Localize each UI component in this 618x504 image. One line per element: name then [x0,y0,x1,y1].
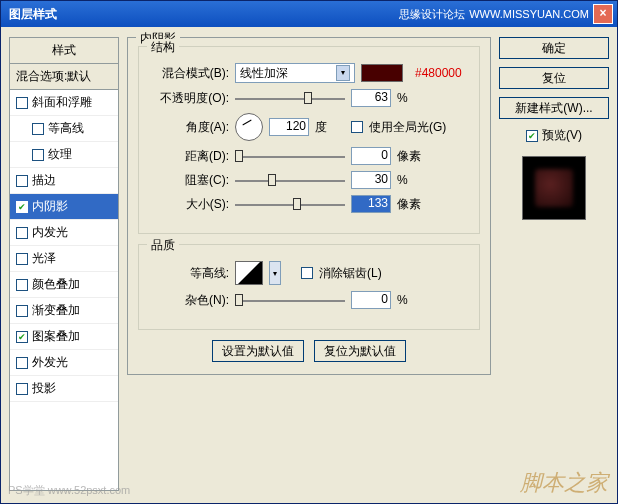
sidebar-item-6[interactable]: 光泽 [10,246,118,272]
opacity-label: 不透明度(O): [149,90,229,107]
sidebar-item-label: 投影 [32,380,56,397]
titlebar: 图层样式 思缘设计论坛 WWW.MISSYUAN.COM × [1,1,617,27]
distance-label: 距离(D): [149,148,229,165]
color-hex: #480000 [415,66,462,80]
noise-label: 杂色(N): [149,292,229,309]
choke-unit: % [397,173,427,187]
sidebar-item-label: 光泽 [32,250,56,267]
sidebar-item-label: 描边 [32,172,56,189]
sidebar-item-10[interactable]: 外发光 [10,350,118,376]
size-unit: 像素 [397,196,427,213]
style-checkbox[interactable] [16,305,28,317]
sidebar-item-label: 斜面和浮雕 [32,94,92,111]
sidebar-item-3[interactable]: 描边 [10,168,118,194]
style-checkbox[interactable] [32,123,44,135]
style-checkbox[interactable] [16,383,28,395]
blend-mode-label: 混合模式(B): [149,65,229,82]
angle-unit: 度 [315,119,345,136]
sidebar-item-label: 颜色叠加 [32,276,80,293]
chevron-down-icon: ▾ [336,65,350,81]
reset-default-button[interactable]: 复位为默认值 [314,340,406,362]
contour-label: 等高线: [149,265,229,282]
noise-unit: % [397,293,427,307]
choke-input[interactable]: 30 [351,171,391,189]
angle-input[interactable]: 120 [269,118,309,136]
quality-group: 品质 等高线: ▾ 消除锯齿(L) 杂色(N): 0 % [138,244,480,330]
size-input[interactable]: 133 [351,195,391,213]
forum-name: 思缘设计论坛 [399,7,465,22]
global-light-label: 使用全局光(G) [369,119,446,136]
size-slider[interactable] [235,200,345,208]
sidebar-item-label: 等高线 [48,120,84,137]
opacity-input[interactable]: 63 [351,89,391,107]
style-checkbox[interactable] [32,149,44,161]
sidebar-item-label: 内阴影 [32,198,68,215]
sidebar-item-label: 内发光 [32,224,68,241]
cancel-button[interactable]: 复位 [499,67,609,89]
sidebar-item-9[interactable]: ✔图案叠加 [10,324,118,350]
sidebar-item-2[interactable]: 纹理 [10,142,118,168]
distance-slider[interactable] [235,152,345,160]
sidebar-item-label: 外发光 [32,354,68,371]
angle-label: 角度(A): [149,119,229,136]
main-panel: 内阴影 结构 混合模式(B): 线性加深 ▾ #480000 不透明度(O): [119,37,499,491]
preview-checkbox[interactable]: ✔ [526,130,538,142]
structure-group: 结构 混合模式(B): 线性加深 ▾ #480000 不透明度(O): 6 [138,46,480,234]
contour-chevron-icon[interactable]: ▾ [269,261,281,285]
layer-style-dialog: 图层样式 思缘设计论坛 WWW.MISSYUAN.COM × 样式 混合选项:默… [0,0,618,504]
sidebar-item-8[interactable]: 渐变叠加 [10,298,118,324]
opacity-unit: % [397,91,427,105]
style-checkbox[interactable] [16,253,28,265]
ok-button[interactable]: 确定 [499,37,609,59]
antialias-checkbox[interactable] [301,267,313,279]
noise-input[interactable]: 0 [351,291,391,309]
sidebar-item-11[interactable]: 投影 [10,376,118,402]
contour-picker[interactable] [235,261,263,285]
sidebar-item-label: 渐变叠加 [32,302,80,319]
forum-url: WWW.MISSYUAN.COM [469,8,589,20]
global-light-checkbox[interactable] [351,121,363,133]
window-title: 图层样式 [5,6,399,23]
make-default-button[interactable]: 设置为默认值 [212,340,304,362]
distance-input[interactable]: 0 [351,147,391,165]
style-checkbox[interactable] [16,175,28,187]
sidebar-item-1[interactable]: 等高线 [10,116,118,142]
structure-title: 结构 [147,39,179,56]
sidebar-item-5[interactable]: 内发光 [10,220,118,246]
style-checkbox[interactable]: ✔ [16,331,28,343]
style-list: 样式 混合选项:默认 斜面和浮雕等高线纹理描边✔内阴影内发光光泽颜色叠加渐变叠加… [9,37,119,491]
preview-label: 预览(V) [542,127,582,144]
choke-label: 阻塞(C): [149,172,229,189]
preview-thumbnail [522,156,586,220]
right-panel: 确定 复位 新建样式(W)... ✔ 预览(V) [499,37,609,491]
sidebar-item-4[interactable]: ✔内阴影 [10,194,118,220]
style-checkbox[interactable] [16,97,28,109]
sidebar-item-0[interactable]: 斜面和浮雕 [10,90,118,116]
opacity-slider[interactable] [235,94,345,102]
shadow-color-swatch[interactable] [361,64,403,82]
choke-slider[interactable] [235,176,345,184]
sidebar-item-7[interactable]: 颜色叠加 [10,272,118,298]
style-checkbox[interactable]: ✔ [16,201,28,213]
blend-mode-value: 线性加深 [240,65,288,82]
new-style-button[interactable]: 新建样式(W)... [499,97,609,119]
angle-dial[interactable] [235,113,263,141]
distance-unit: 像素 [397,148,427,165]
inner-shadow-fieldset: 内阴影 结构 混合模式(B): 线性加深 ▾ #480000 不透明度(O): [127,37,491,375]
close-icon[interactable]: × [593,4,613,24]
sidebar-header[interactable]: 样式 [10,38,118,64]
blending-options-item[interactable]: 混合选项:默认 [10,64,118,90]
style-checkbox[interactable] [16,279,28,291]
antialias-label: 消除锯齿(L) [319,265,382,282]
style-checkbox[interactable] [16,357,28,369]
noise-slider[interactable] [235,296,345,304]
size-label: 大小(S): [149,196,229,213]
sidebar-item-label: 图案叠加 [32,328,80,345]
quality-title: 品质 [147,237,179,254]
blend-mode-select[interactable]: 线性加深 ▾ [235,63,355,83]
style-checkbox[interactable] [16,227,28,239]
sidebar-item-label: 纹理 [48,146,72,163]
